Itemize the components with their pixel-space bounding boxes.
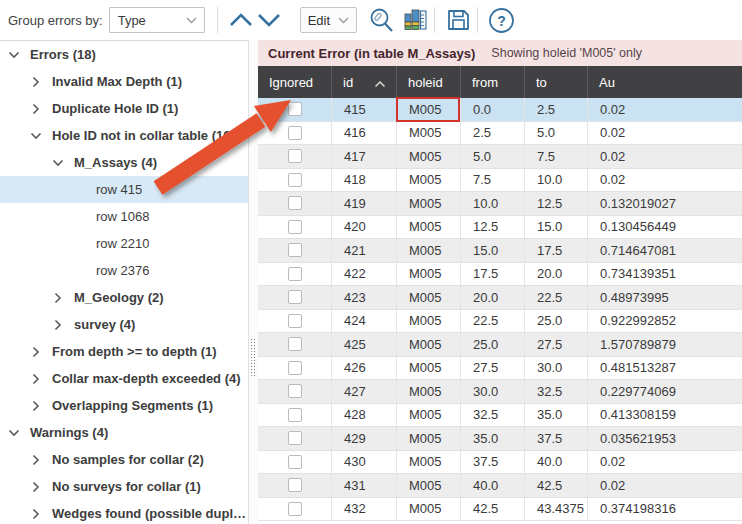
column-header-label: from [472,75,498,90]
tree-item-row-1068[interactable]: row 1068 [0,203,248,230]
from-value: 25.0 [473,337,498,352]
from-value: 35.0 [473,431,498,446]
tree-item-label: row 2210 [96,236,149,251]
table-row-id-417[interactable]: 417M0055.07.50.02 [258,145,742,169]
ignored-checkbox[interactable] [288,502,302,516]
ignored-checkbox[interactable] [288,384,302,398]
panel-splitter[interactable] [249,40,258,524]
column-header-to[interactable]: to [525,66,588,98]
au-cell: 0.02 [588,169,742,192]
table-row-id-430[interactable]: 430M00537.540.00.02 [258,451,742,475]
tree-item-row-2376[interactable]: row 2376 [0,257,248,284]
ignored-checkbox[interactable] [288,408,302,422]
chevron-right-icon[interactable] [30,102,52,116]
tree-item-duplicate-hole-id-1-[interactable]: Duplicate Hole ID (1) [0,95,248,122]
ignored-checkbox[interactable] [288,314,302,328]
ignored-checkbox[interactable] [288,337,302,351]
tree-item-survey-4-[interactable]: survey (4) [0,311,248,338]
ignored-checkbox[interactable] [288,173,302,187]
table-row-id-419[interactable]: 419M00510.012.50.132019027 [258,192,742,216]
ignored-checkbox[interactable] [288,220,302,234]
tree-item-row-2210[interactable]: row 2210 [0,230,248,257]
ignored-checkbox[interactable] [288,102,302,116]
table-row-id-431[interactable]: 431M00540.042.50.02 [258,474,742,498]
tree-indent-spacer [74,237,96,251]
tree-item-from-depth-to-depth-1-[interactable]: From depth >= to depth (1) [0,338,248,365]
tree-item-label: Collar max-depth exceeded (4) [52,371,241,386]
chevron-right-icon[interactable] [30,480,52,494]
chevron-down-icon[interactable] [8,426,30,440]
holeid-cell: M005 [397,239,461,262]
table-row-id-420[interactable]: 420M00512.515.00.130456449 [258,216,742,240]
tree-item-m-assays-4-[interactable]: M_Assays (4) [0,149,248,176]
table-row-id-416[interactable]: 416M0052.55.00.02 [258,122,742,146]
ignored-checkbox[interactable] [288,149,302,163]
table-row-id-432[interactable]: 432M00542.543.43750.374198316 [258,498,742,522]
chevron-right-icon[interactable] [30,399,52,413]
chevron-right-icon[interactable] [30,507,52,521]
ignored-checkbox[interactable] [288,196,302,210]
chevron-down-icon[interactable] [8,48,30,62]
table-row-id-427[interactable]: 427M00530.032.50.229774069 [258,380,742,404]
tree-item-row-415[interactable]: row 415 [0,176,248,203]
table-row-id-424[interactable]: 424M00522.525.00.922992852 [258,310,742,334]
tree-item-invalid-max-depth-1-[interactable]: Invalid Max Depth (1) [0,68,248,95]
tree-item-no-surveys-for-collar-1-[interactable]: No surveys for collar (1) [0,473,248,500]
to-cell: 43.4375 [525,498,588,521]
table-row-id-423[interactable]: 423M00520.022.50.48973995 [258,286,742,310]
tree-item-warnings-4-[interactable]: Warnings (4) [0,419,248,446]
ignored-checkbox[interactable] [288,243,302,257]
from-cell: 35.0 [461,427,525,450]
table-row-id-415[interactable]: 415M0050.02.50.02 [258,98,742,122]
column-header-au[interactable]: Au [588,66,742,98]
chevron-right-icon[interactable] [52,291,74,305]
help-icon[interactable]: ? [486,6,516,34]
holeid-value: M005 [409,102,442,117]
table-row-id-418[interactable]: 418M0057.510.00.02 [258,169,742,193]
save-icon[interactable] [443,6,473,34]
tree-item-no-samples-for-collar-2-[interactable]: No samples for collar (2) [0,446,248,473]
ignored-checkbox[interactable] [288,478,302,492]
holeid-cell: M005 [397,286,461,309]
table-row-id-421[interactable]: 421M00515.017.50.714647081 [258,239,742,263]
chevron-right-icon[interactable] [30,372,52,386]
ignored-checkbox[interactable] [288,126,302,140]
tree-item-collar-max-depth-exceeded-4-[interactable]: Collar max-depth exceeded (4) [0,365,248,392]
next-error-button[interactable] [255,7,283,33]
search-edit-icon[interactable] [366,6,396,34]
chevron-right-icon[interactable] [30,453,52,467]
interval-log-icon[interactable] [400,6,430,34]
tree-item-overlapping-segments-1-[interactable]: Overlapping Segments (1) [0,392,248,419]
table-row-id-422[interactable]: 422M00517.520.00.734139351 [258,263,742,287]
chevron-down-icon[interactable] [30,129,52,143]
column-header-from[interactable]: from [461,66,525,98]
table-row-id-429[interactable]: 429M00535.037.50.035621953 [258,427,742,451]
table-row-id-425[interactable]: 425M00525.027.51.570789879 [258,333,742,357]
column-header-ignored[interactable]: Ignored [258,66,332,98]
ignored-checkbox[interactable] [288,267,302,281]
chevron-down-icon[interactable] [52,156,74,170]
tree-item-hole-id-not-in-collar-table-10-[interactable]: Hole ID not in collar table (10) [0,122,248,149]
table-row-id-428[interactable]: 428M00532.535.00.413308159 [258,404,742,428]
column-header-id[interactable]: id [332,66,397,98]
chevron-right-icon[interactable] [30,345,52,359]
previous-error-button[interactable] [227,7,255,33]
ignored-checkbox[interactable] [288,290,302,304]
to-value: 32.5 [537,384,562,399]
ignored-checkbox[interactable] [288,455,302,469]
ignored-checkbox[interactable] [288,431,302,445]
to-value: 5.0 [537,125,555,140]
au-cell: 0.229774069 [588,380,742,403]
edit-button[interactable]: Edit [300,7,357,33]
group-by-dropdown[interactable]: Type [109,7,205,33]
tree-item-m-geology-2-[interactable]: M_Geology (2) [0,284,248,311]
table-row-id-426[interactable]: 426M00527.530.00.481513287 [258,357,742,381]
tree-item-label: No surveys for collar (1) [52,479,201,494]
tree-item-wedges-found-possible-duplicate-[interactable]: Wedges found (possible duplicate ... [0,500,248,524]
tree-item-errors-18-[interactable]: Errors (18) [0,41,248,68]
holeid-value: M005 [409,243,442,258]
chevron-right-icon[interactable] [52,318,74,332]
chevron-right-icon[interactable] [30,75,52,89]
column-header-holeid[interactable]: holeid [397,66,461,98]
ignored-checkbox[interactable] [288,361,302,375]
